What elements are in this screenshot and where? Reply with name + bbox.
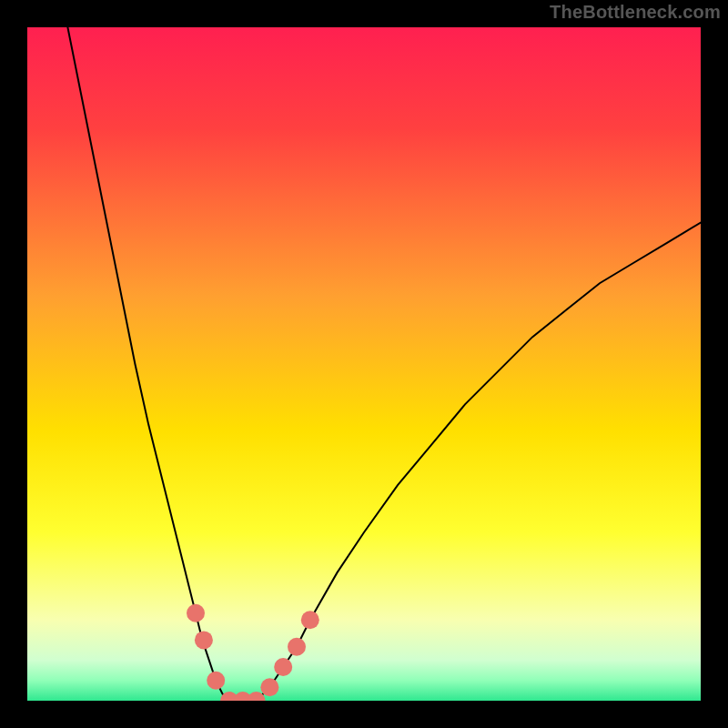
data-marker [248, 692, 266, 701]
data-marker [207, 672, 225, 690]
data-marker [187, 604, 205, 622]
data-marker [260, 678, 278, 696]
plot-area [27, 27, 701, 701]
data-marker [288, 638, 306, 656]
chart-curves [27, 27, 701, 701]
data-marker [195, 631, 213, 649]
series-left-branch [67, 27, 229, 701]
data-marker [301, 611, 319, 629]
watermark-text: TheBottleneck.com [550, 2, 721, 23]
data-marker [274, 658, 292, 676]
series-right-branch [257, 223, 701, 701]
chart-frame: TheBottleneck.com [0, 0, 728, 728]
